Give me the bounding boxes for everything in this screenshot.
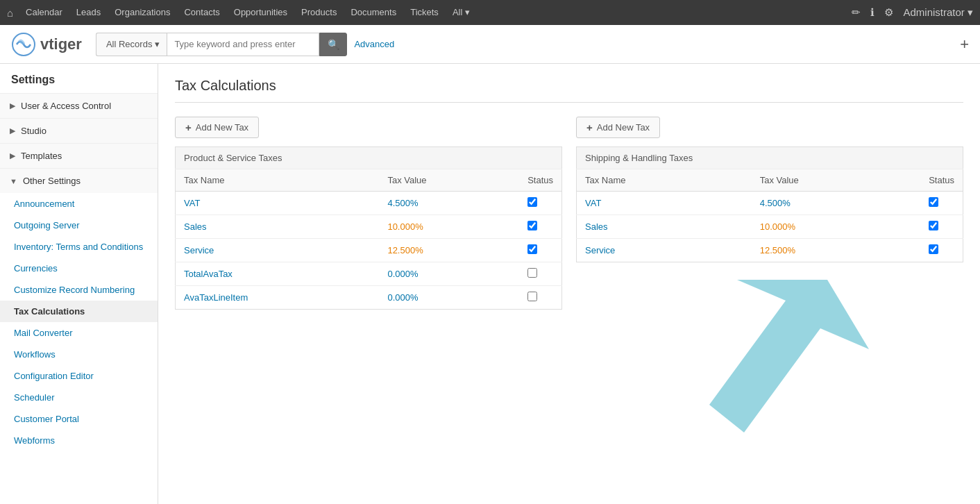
sidebar-item-outgoing-server[interactable]: Outgoing Server — [0, 215, 158, 236]
add-product-tax-button[interactable]: + Add New Tax — [175, 117, 259, 138]
shipping-tax-section-title: Shipping & Handling Taxes — [577, 147, 963, 169]
tax-value-vat: 4.500% — [387, 198, 418, 208]
nav-organizations[interactable]: Organizations — [108, 0, 177, 25]
search-button[interactable]: 🔍 — [319, 33, 347, 56]
sidebar-section-label-user-access: User & Access Control — [21, 101, 111, 111]
shipping-tax-value-service: 12.500% — [760, 245, 795, 255]
logo: vtiger — [11, 32, 82, 57]
search-area: All Records ▾ 🔍 Advanced — [96, 33, 394, 56]
sidebar-item-announcement[interactable]: Announcement — [0, 193, 158, 215]
nav-links: Calendar Leads Organizations Contacts Op… — [19, 0, 477, 25]
product-col-value: Tax Value — [379, 169, 519, 192]
vtiger-logo-icon — [11, 32, 36, 57]
shipping-tax-name-vat[interactable]: VAT — [585, 198, 601, 208]
sidebar-section-templates: ▶ Templates — [0, 143, 158, 168]
search-input[interactable] — [167, 33, 319, 56]
shipping-tax-status-sales[interactable] — [929, 221, 938, 230]
search-icon: 🔍 — [328, 39, 339, 50]
tax-name-vat[interactable]: VAT — [184, 198, 200, 208]
plus-icon: + — [185, 121, 192, 133]
shipping-tax-table: Shipping & Handling Taxes Tax Name Tax V… — [576, 146, 963, 262]
sidebar-item-inventory-terms[interactable]: Inventory: Terms and Conditions — [0, 236, 158, 258]
sidebar-section-header-other-settings[interactable]: ▼ Other Settings — [0, 169, 158, 193]
nav-products[interactable]: Products — [294, 0, 344, 25]
nav-contacts[interactable]: Contacts — [177, 0, 226, 25]
product-tax-section-title: Product & Service Taxes — [176, 147, 562, 169]
table-row: Sales 10.000% — [176, 215, 562, 239]
tax-status-service[interactable] — [527, 244, 537, 254]
product-col-name: Tax Name — [176, 169, 380, 192]
table-row: AvaTaxLineItem 0.000% — [176, 286, 562, 310]
nav-opportunities[interactable]: Opportunities — [227, 0, 294, 25]
records-label: All Records — [106, 39, 152, 49]
tax-name-totalava[interactable]: TotalAvaTax — [184, 269, 233, 279]
table-row: VAT 4.500% — [176, 192, 562, 215]
arrow-icon: ▶ — [10, 151, 15, 160]
sidebar-section-other-settings: ▼ Other Settings Announcement Outgoing S… — [0, 168, 158, 451]
arrow-icon: ▶ — [10, 126, 15, 135]
sidebar-item-tax-calculations[interactable]: Tax Calculations — [0, 301, 158, 322]
page-title: Tax Calculations — [175, 78, 963, 103]
top-nav-right: ✏ ℹ ⚙ Administrator ▾ — [852, 6, 973, 19]
shipping-tax-name-service[interactable]: Service — [585, 245, 615, 255]
shipping-tax-value-vat: 4.500% — [760, 198, 791, 208]
header-bar: vtiger All Records ▾ 🔍 Advanced + — [0, 25, 980, 64]
sidebar-item-webforms[interactable]: Webforms — [0, 430, 158, 451]
sidebar-title: Settings — [0, 64, 158, 93]
arrow-down-icon: ▼ — [10, 177, 17, 185]
sidebar-section-header-templates[interactable]: ▶ Templates — [0, 144, 158, 168]
sidebar-section-label-templates: Templates — [21, 151, 62, 161]
nav-leads[interactable]: Leads — [69, 0, 108, 25]
sidebar-section-header-studio[interactable]: ▶ Studio — [0, 119, 158, 143]
admin-label[interactable]: Administrator ▾ — [903, 6, 973, 19]
tax-name-sales[interactable]: Sales — [184, 221, 207, 232]
sidebar-section-header-user-access[interactable]: ▶ User & Access Control — [0, 94, 158, 118]
sidebar-item-scheduler[interactable]: Scheduler — [0, 387, 158, 408]
shipping-tax-status-vat[interactable] — [929, 197, 938, 207]
add-shipping-tax-label: Add New Tax — [597, 122, 650, 133]
home-icon[interactable]: ⌂ — [7, 7, 13, 19]
tax-status-sales[interactable] — [527, 221, 537, 230]
main-content: Tax Calculations + Add New Tax Product &… — [158, 64, 980, 504]
add-shipping-tax-button[interactable]: + Add New Tax — [576, 117, 660, 138]
sidebar-item-configuration-editor[interactable]: Configuration Editor — [0, 365, 158, 387]
table-row: Sales 10.000% — [577, 215, 963, 239]
shipping-tax-name-sales[interactable]: Sales — [585, 221, 608, 232]
edit-icon[interactable]: ✏ — [852, 6, 861, 19]
advanced-link[interactable]: Advanced — [354, 39, 394, 49]
info-icon[interactable]: ℹ — [870, 6, 875, 19]
nav-all[interactable]: All ▾ — [446, 0, 477, 25]
records-dropdown[interactable]: All Records ▾ — [96, 33, 167, 56]
sidebar-item-customer-portal[interactable]: Customer Portal — [0, 408, 158, 430]
table-row: VAT 4.500% — [577, 192, 963, 215]
tax-value-service: 12.500% — [387, 245, 423, 255]
sidebar-item-workflows[interactable]: Workflows — [0, 344, 158, 365]
top-navigation: ⌂ Calendar Leads Organizations Contacts … — [0, 0, 980, 25]
tax-value-sales: 10.000% — [387, 221, 423, 232]
arrow-icon: ▶ — [10, 101, 15, 110]
shipping-col-status: Status — [920, 169, 963, 192]
tax-name-service[interactable]: Service — [184, 245, 214, 255]
product-col-status: Status — [519, 169, 561, 192]
product-tax-column: + Add New Tax Product & Service Taxes Ta… — [175, 117, 562, 310]
tax-status-vat[interactable] — [527, 197, 537, 207]
tax-value-totalava: 0.000% — [387, 269, 418, 279]
sidebar-item-mail-converter[interactable]: Mail Converter — [0, 322, 158, 344]
shipping-tax-status-service[interactable] — [929, 244, 938, 254]
nav-calendar[interactable]: Calendar — [19, 0, 69, 25]
shipping-col-name: Tax Name — [577, 169, 752, 192]
nav-documents[interactable]: Documents — [344, 0, 403, 25]
plus-icon: + — [586, 121, 593, 133]
tax-status-avatax[interactable] — [527, 292, 537, 301]
logo-text: vtiger — [40, 35, 82, 53]
sidebar-item-customize-record[interactable]: Customize Record Numbering — [0, 279, 158, 301]
tax-status-totalava[interactable] — [527, 268, 537, 278]
settings-icon[interactable]: ⚙ — [884, 6, 893, 19]
table-row: Service 12.500% — [176, 239, 562, 262]
shipping-col-value: Tax Value — [752, 169, 920, 192]
tax-name-avatax[interactable]: AvaTaxLineItem — [184, 292, 248, 303]
nav-tickets[interactable]: Tickets — [403, 0, 446, 25]
sidebar-item-currencies[interactable]: Currencies — [0, 258, 158, 279]
add-new-button[interactable]: + — [960, 35, 969, 53]
page-layout: Settings ▶ User & Access Control ▶ Studi… — [0, 64, 980, 504]
